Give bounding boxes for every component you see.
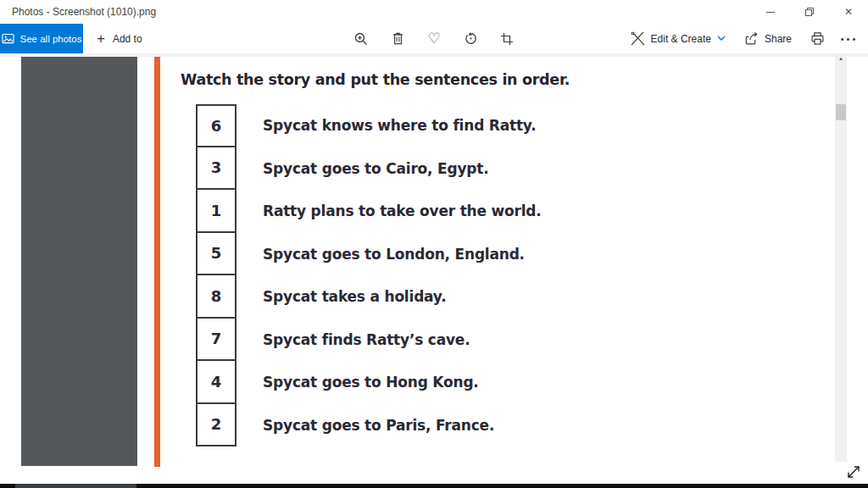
photo-dark-panel: [21, 57, 137, 466]
sentence-text: Spycat goes to Hong Kong.: [263, 374, 479, 391]
close-icon: ✕: [844, 6, 853, 18]
minimize-icon: [766, 12, 775, 13]
answer-box: 6: [196, 104, 236, 147]
edit-create-label: Edit & Create: [651, 33, 711, 45]
window-title: Photos - Screenshot (1010).png: [12, 6, 156, 18]
zoom-in-icon: [353, 31, 369, 47]
worksheet-row: 7 Spycat finds Ratty’s cave.: [196, 319, 542, 362]
photo-scrollbar: ▴: [835, 53, 847, 462]
worksheet-row: 2 Spycat goes to Paris, France.: [196, 404, 542, 447]
share-button[interactable]: Share: [741, 31, 795, 46]
trash-icon: [391, 31, 405, 46]
answer-box: 1: [196, 188, 236, 233]
ellipsis-icon: •••: [841, 34, 859, 44]
answer-box: 7: [196, 317, 236, 362]
more-options-button[interactable]: •••: [839, 29, 860, 49]
sentence-text: Spycat goes to Cairo, Egypt.: [263, 160, 488, 177]
sentence-text: Spycat finds Ratty’s cave.: [263, 331, 470, 348]
photo-bottom-strip: [0, 484, 868, 488]
worksheet-rows: 6 Spycat knows where to find Ratty. 3 Sp…: [196, 104, 542, 446]
close-button[interactable]: ✕: [829, 0, 868, 24]
minimize-button[interactable]: [751, 0, 790, 24]
edit-create-icon: [631, 31, 645, 46]
heart-icon: ♡: [427, 31, 440, 46]
rotate-icon: [464, 31, 478, 46]
worksheet-row: 6 Spycat knows where to find Ratty.: [196, 104, 542, 147]
print-button[interactable]: [807, 29, 827, 49]
expand-button[interactable]: [844, 463, 863, 481]
printer-icon: [810, 31, 825, 46]
worksheet-row: 4 Spycat goes to Hong Kong.: [196, 361, 542, 404]
sentence-text: Spycat knows where to find Ratty.: [263, 117, 536, 134]
plus-icon: +: [97, 31, 105, 46]
scrollbar-thumb: [836, 104, 846, 120]
crop-icon: [500, 32, 514, 46]
toolbar: See all photos + Add to: [0, 24, 868, 53]
worksheet-row: 8 Spycat takes a holiday.: [196, 275, 542, 319]
see-all-photos-button[interactable]: See all photos: [0, 24, 83, 53]
rotate-button[interactable]: [460, 29, 481, 49]
delete-button[interactable]: [387, 29, 408, 49]
photo-bottom-strip-segment: [15, 484, 136, 488]
crop-button[interactable]: [497, 29, 517, 49]
worksheet-row: 3 Spycat goes to Cairo, Egypt.: [196, 147, 542, 191]
answer-box: 8: [196, 274, 236, 319]
edit-create-button[interactable]: Edit & Create: [627, 31, 729, 46]
answer-box: 2: [196, 402, 236, 447]
sentence-text: Spycat goes to London, England.: [263, 246, 525, 263]
favorite-button[interactable]: ♡: [424, 29, 444, 49]
chevron-down-icon: [717, 36, 726, 42]
share-icon: [744, 31, 759, 46]
titlebar: Photos - Screenshot (1010).png ✕: [0, 0, 868, 24]
worksheet-row: 1 Ratty plans to take over the world.: [196, 190, 542, 233]
photos-icon: [2, 32, 14, 45]
photo-view-area: Watch the story and put the sentences in…: [0, 53, 868, 488]
photo-orange-divider: [154, 57, 160, 467]
add-to-button[interactable]: + Add to: [90, 24, 149, 53]
restore-button[interactable]: [790, 0, 829, 24]
see-all-photos-label: See all photos: [20, 34, 82, 44]
worksheet-row: 5 Spycat goes to London, England.: [196, 233, 542, 276]
answer-box: 4: [196, 359, 236, 404]
expand-icon: [845, 463, 862, 480]
toolbar-center-icons: ♡: [351, 24, 517, 53]
restore-icon: [804, 7, 815, 17]
photos-app-window: Photos - Screenshot (1010).png ✕: [0, 0, 868, 488]
toolbar-right-group: Edit & Create Share: [627, 24, 860, 53]
add-to-label: Add to: [113, 33, 142, 45]
worksheet-instruction: Watch the story and put the sentences in…: [181, 71, 570, 88]
answer-box: 3: [196, 146, 236, 191]
sentence-text: Spycat takes a holiday.: [263, 288, 446, 305]
zoom-button[interactable]: [351, 29, 371, 49]
window-controls: ✕: [751, 0, 868, 24]
scrollbar-up-icon: ▴: [835, 55, 847, 62]
sentence-text: Spycat goes to Paris, France.: [263, 417, 494, 434]
share-label: Share: [765, 33, 792, 45]
answer-box: 5: [196, 231, 236, 276]
sentence-text: Ratty plans to take over the world.: [263, 202, 542, 219]
